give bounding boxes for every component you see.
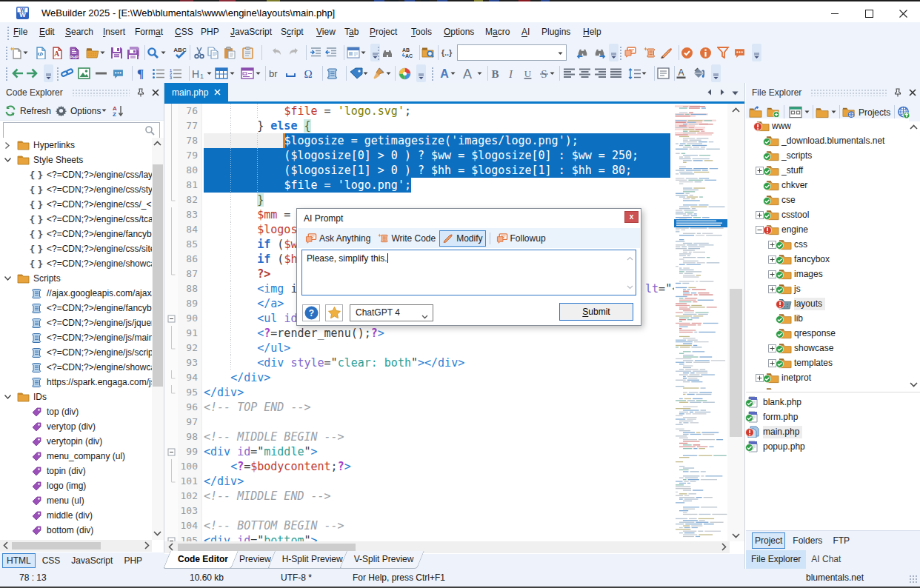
tree-item--cdn-engine-css-site-css[interactable]: {}<?=CDN;?>/engine/css/site.css bbox=[0, 241, 152, 256]
editor-scroll-right-button[interactable] bbox=[721, 543, 727, 551]
toolbar-button-ai-modify[interactable] bbox=[659, 44, 675, 61]
toolbar-button-script[interactable] bbox=[324, 64, 339, 82]
code-minimap[interactable] bbox=[674, 104, 727, 541]
tab-css[interactable]: CSS bbox=[38, 553, 65, 568]
menu-search[interactable]: Search bbox=[65, 27, 93, 37]
folder-js[interactable]: js bbox=[746, 281, 909, 296]
tree-item-topin-div-[interactable]: topin (div) bbox=[0, 464, 152, 478]
tab-html[interactable]: HTML bbox=[2, 553, 36, 568]
toolbar-button-replace[interactable]: ABAC bbox=[400, 44, 416, 61]
toolbar-button-color-picker[interactable] bbox=[397, 64, 413, 82]
view-mode-icon[interactable] bbox=[789, 106, 802, 119]
favorites-button[interactable] bbox=[325, 304, 343, 321]
gear-icon[interactable] bbox=[54, 104, 67, 118]
folder-partial[interactable] bbox=[746, 385, 909, 390]
toolbar-button-regex[interactable]: {..} bbox=[438, 44, 456, 61]
tree-item-bottom-div-[interactable]: bottom (div) bbox=[0, 523, 152, 538]
model-select[interactable]: ChatGPT 4 bbox=[350, 304, 433, 321]
document-tab-close-icon[interactable] bbox=[214, 87, 221, 98]
code-explorer-horizontal-scrollbar[interactable] bbox=[0, 540, 152, 552]
folder--stuff[interactable]: _stuff bbox=[746, 163, 909, 178]
chevron-down-icon[interactable] bbox=[4, 275, 12, 281]
toolbar-button-line-break[interactable]: br bbox=[267, 64, 283, 82]
toolbar-button-clipboard[interactable] bbox=[241, 44, 255, 61]
toolbar-dropdown-new-document[interactable] bbox=[21, 44, 30, 61]
toolbar-dropdown-strikethrough[interactable] bbox=[548, 64, 556, 82]
tab-v-split-preview[interactable]: V-Split Preview bbox=[343, 551, 421, 569]
editor-vscroll-thumb[interactable] bbox=[730, 289, 742, 437]
tree-item-verytop-div-[interactable]: verytop (div) bbox=[0, 419, 152, 434]
toolbar-button-outdent[interactable] bbox=[324, 44, 339, 61]
folder-showcase[interactable]: showcase bbox=[746, 341, 909, 355]
toolbar-button-numbered-list[interactable]: 123 bbox=[167, 64, 184, 82]
view-mode-dropdown-icon[interactable] bbox=[804, 106, 810, 119]
folder-www[interactable]: www bbox=[746, 118, 909, 133]
new-folder-icon[interactable] bbox=[767, 106, 780, 119]
folder-inetprot[interactable]: inetprot bbox=[746, 370, 909, 385]
toolbar-dropdown-heading[interactable] bbox=[205, 64, 213, 82]
tree-item-middle-div-[interactable]: middle (div) bbox=[0, 508, 152, 523]
menu-tab[interactable]: Tab bbox=[344, 27, 359, 37]
file-main-php[interactable]: main.php bbox=[746, 424, 920, 439]
dialog-close-button[interactable]: x bbox=[624, 211, 639, 223]
tab-javascript[interactable]: JavaScript bbox=[67, 553, 117, 568]
toolbar-button-indent[interactable] bbox=[308, 44, 324, 61]
search-term-combobox[interactable] bbox=[457, 44, 567, 61]
toolbar-button-new-php-page[interactable]: PHP bbox=[67, 44, 81, 61]
toolbar-button-hyperlink[interactable] bbox=[59, 64, 76, 82]
folder-up-icon[interactable] bbox=[749, 106, 762, 119]
toolbar-dropdown-table[interactable] bbox=[228, 64, 236, 82]
tree-item-ids[interactable]: IDs bbox=[0, 390, 152, 404]
tree-item-style-sheets[interactable]: Style Sheets bbox=[0, 153, 152, 167]
toolbar-button-copy[interactable] bbox=[205, 44, 221, 61]
toolbar-button-non-breaking-space[interactable] bbox=[284, 64, 299, 82]
folders-dropdown-icon[interactable] bbox=[830, 106, 837, 119]
folder--scripts[interactable]: _scripts bbox=[746, 148, 909, 163]
editor-scroll-left-button[interactable] bbox=[167, 543, 173, 551]
chevron-down-icon[interactable] bbox=[4, 157, 12, 163]
toolbar-dropdown-format-brush[interactable] bbox=[384, 64, 393, 82]
toolbar-button-bullet-list[interactable] bbox=[150, 64, 167, 82]
tree-item--cdn-engine-showcase-css[interactable]: {}<?=CDN;?>/engine/showcase.css bbox=[0, 256, 152, 271]
folder-cse[interactable]: cse bbox=[746, 193, 909, 207]
toolbar-button-align-right[interactable] bbox=[593, 64, 608, 82]
toolbar-button-find[interactable] bbox=[380, 44, 396, 61]
tab-scroll-left-button[interactable] bbox=[707, 87, 713, 98]
toolbar-overflow-button[interactable] bbox=[711, 64, 721, 82]
file-blank-php[interactable]: blank.php bbox=[746, 395, 920, 410]
folder-chkver[interactable]: chkver bbox=[746, 178, 909, 193]
toolbar-button-div-block[interactable] bbox=[656, 64, 671, 82]
menu-insert[interactable]: Insert bbox=[103, 27, 125, 37]
toolbar-button-navigate-back[interactable] bbox=[10, 64, 25, 82]
chevron-right-icon[interactable] bbox=[4, 142, 12, 149]
options-button[interactable]: Options bbox=[70, 106, 101, 116]
toolbar-button-find-in-files[interactable] bbox=[420, 44, 436, 61]
tab-ftp[interactable]: FTP bbox=[830, 532, 853, 549]
sort-az-icon[interactable]: AZ bbox=[111, 104, 124, 118]
tree-item-top-div-[interactable]: top (div) bbox=[0, 404, 152, 419]
menu-help[interactable]: Help bbox=[583, 27, 601, 37]
submit-button[interactable]: Submit bbox=[559, 303, 633, 321]
toolbar-button-new-text-page[interactable]: A bbox=[50, 44, 64, 61]
refresh-icon[interactable] bbox=[4, 104, 17, 118]
publish-icon[interactable] bbox=[897, 106, 910, 119]
code-explorer-scroll-down-button[interactable] bbox=[153, 530, 161, 536]
menu-ai[interactable]: AI bbox=[521, 27, 530, 37]
toolbar-button-ai-filter[interactable] bbox=[716, 44, 731, 61]
tree-item--cdn-engine-showcase-js[interactable]: <?=CDN;?>/engine/showcase.js bbox=[0, 360, 152, 375]
toolbar-button-special-character[interactable]: Ω bbox=[301, 64, 316, 82]
toolbar-button-font-color[interactable]: A bbox=[674, 64, 688, 82]
ai-tab-modify[interactable]: Modify bbox=[439, 230, 485, 247]
editor-hscroll-thumb[interactable] bbox=[178, 544, 356, 551]
menu-css[interactable]: CSS bbox=[175, 27, 193, 37]
toolbar-grip[interactable] bbox=[430, 66, 434, 81]
toolbar-dropdown-search[interactable] bbox=[159, 44, 167, 61]
toolbar-button-align-center[interactable] bbox=[577, 64, 593, 82]
code-explorer-scroll-left-button[interactable] bbox=[2, 541, 8, 549]
toolbar-grip[interactable] bbox=[619, 45, 622, 60]
tree-item-hyperlinks[interactable]: Hyperlinks bbox=[0, 138, 152, 153]
tree-item--cdn-engine-css-tcal-css[interactable]: {}<?=CDN;?>/engine/css/tcal.css bbox=[0, 212, 152, 227]
pin-icon[interactable] bbox=[891, 86, 904, 99]
toolbar-button-save-all[interactable] bbox=[125, 44, 141, 61]
menu-tools[interactable]: Tools bbox=[411, 27, 432, 37]
